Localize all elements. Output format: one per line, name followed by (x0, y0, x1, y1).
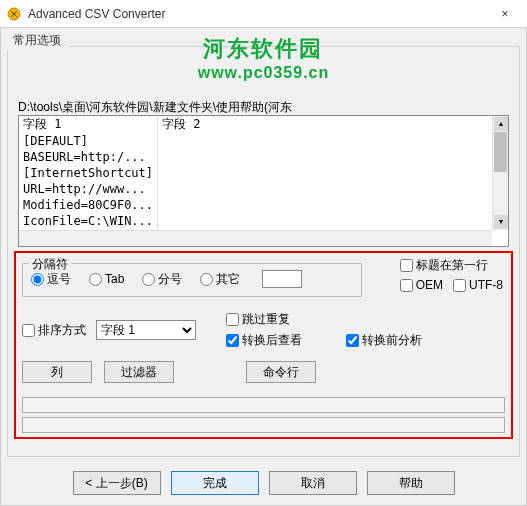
status-bar-1 (22, 397, 505, 413)
col-header-2[interactable]: 字段 2 (158, 116, 508, 133)
delimiter-tab-radio[interactable]: Tab (89, 272, 124, 286)
right-checkbox-group: 标题在第一行 OEM UTF-8 (400, 257, 503, 292)
status-bar-2 (22, 417, 505, 433)
back-button[interactable]: < 上一步(B) (73, 471, 161, 495)
columns-button[interactable]: 列 (22, 361, 92, 383)
custom-delimiter-input[interactable] (262, 270, 302, 288)
delimiter-semicolon-radio[interactable]: 分号 (142, 271, 182, 288)
table-row: BASEURL=http:/... (19, 149, 508, 165)
table-row: [DEFAULT] (19, 133, 508, 149)
help-button[interactable]: 帮助 (367, 471, 455, 495)
dialog-button-row: < 上一步(B) 完成 取消 帮助 (1, 471, 526, 495)
utf8-checkbox[interactable]: UTF-8 (453, 278, 503, 292)
sort-checkbox[interactable]: 排序方式 (22, 322, 86, 339)
cancel-button[interactable]: 取消 (269, 471, 357, 495)
delimiter-group-label: 分隔符 (29, 256, 71, 273)
delimiter-other-radio[interactable]: 其它 (200, 271, 240, 288)
table-row: Modified=80C9F0... (19, 197, 508, 213)
titlebar: Advanced CSV Converter × (0, 0, 527, 28)
table-row: URL=http://www... (19, 181, 508, 197)
delimiter-comma-radio[interactable]: 逗号 (31, 271, 71, 288)
options-highlighted-area: 标题在第一行 OEM UTF-8 分隔符 (14, 251, 513, 439)
cmdline-button[interactable]: 命令行 (246, 361, 316, 383)
data-grid[interactable]: 字段 1 字段 2 [DEFAULT] BASEURL=http:/... [I… (18, 115, 509, 247)
finish-button[interactable]: 完成 (171, 471, 259, 495)
app-icon (6, 6, 22, 22)
view-after-checkbox[interactable]: 转换后查看 (226, 332, 302, 349)
col-header-1[interactable]: 字段 1 (19, 116, 158, 133)
delimiter-group: 分隔符 逗号 Tab 分号 (22, 263, 362, 297)
analyze-before-checkbox[interactable]: 转换前分析 (346, 332, 422, 349)
file-path-label: D:\tools\桌面\河东软件园\新建文件夹\使用帮助(河东 (18, 99, 292, 116)
filter-button[interactable]: 过滤器 (104, 361, 174, 383)
oem-checkbox[interactable]: OEM (400, 278, 443, 292)
skip-duplicates-checkbox[interactable]: 跳过重复 (226, 311, 302, 328)
main-panel: D:\tools\桌面\河东软件园\新建文件夹\使用帮助(河东 字段 1 字段 … (7, 46, 520, 457)
grid-header-row: 字段 1 字段 2 (19, 116, 508, 133)
table-row: [InternetShortcut] (19, 165, 508, 181)
scroll-thumb[interactable] (494, 132, 507, 172)
tab-common-options[interactable]: 常用选项 (5, 30, 69, 51)
grid-table: 字段 1 字段 2 [DEFAULT] BASEURL=http:/... [I… (19, 116, 508, 229)
scroll-up-icon[interactable]: ▴ (494, 117, 508, 131)
table-row: IconFile=C:\WIN... (19, 213, 508, 229)
content-area: 河东软件园 www.pc0359.cn 常用选项 D:\tools\桌面\河东软… (0, 28, 527, 506)
sort-field-select[interactable]: 字段 1 (96, 320, 196, 340)
vertical-scrollbar[interactable]: ▴ ▾ (492, 116, 508, 230)
scroll-down-icon[interactable]: ▾ (494, 215, 508, 229)
horizontal-scrollbar[interactable] (19, 230, 492, 246)
close-button[interactable]: × (483, 0, 527, 28)
window-title: Advanced CSV Converter (28, 7, 165, 21)
header-first-row-checkbox[interactable]: 标题在第一行 (400, 257, 503, 274)
